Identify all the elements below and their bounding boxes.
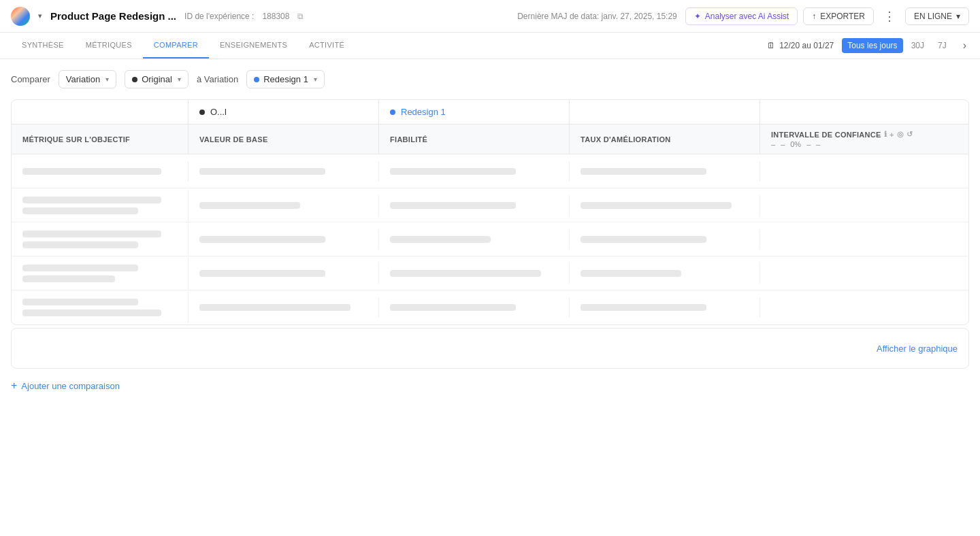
header-actions: ✦ Analyser avec Ai Assist ↑ EXPORTER ⋮ E…: [685, 7, 969, 25]
table-body: [12, 154, 968, 324]
skeleton: [199, 270, 325, 277]
skeleton: [581, 236, 706, 243]
nav-tabs: SYNTHÈSE MÉTRIQUES COMPARER ENSEIGNEMENT…: [0, 33, 980, 59]
compare-to-value: Redesign 1: [263, 74, 308, 84]
cell: [12, 292, 189, 323]
chevron-down-icon: ▾: [105, 76, 109, 83]
online-status-button[interactable]: EN LIGNE ▾: [905, 7, 969, 25]
skeleton: [22, 168, 161, 175]
skeleton: [390, 168, 516, 175]
column-headers: Métrique sur l'objectif Valeur de base F…: [12, 124, 968, 154]
chart-area: Afficher le graphique: [11, 328, 969, 369]
cell: [570, 161, 760, 182]
cell: [189, 297, 379, 318]
compare-controls: Comparer Variation ▾ Original ▾ à Variat…: [11, 70, 969, 88]
period-30j-button[interactable]: 30J: [906, 38, 930, 53]
skeleton: [22, 309, 161, 316]
confidence-add-icon[interactable]: +: [889, 131, 894, 139]
empty-col-header: [12, 100, 189, 124]
more-options-button[interactable]: ⋮: [879, 7, 900, 25]
compare-to-select[interactable]: Redesign 1 ▾: [246, 70, 325, 88]
cell: [12, 190, 189, 221]
confidence-header-empty: [760, 100, 968, 124]
add-comparison-label: Ajouter une comparaison: [21, 381, 120, 391]
redesign1-variation-label: Redesign 1: [379, 100, 570, 124]
tab-comparer[interactable]: COMPARER: [143, 33, 209, 58]
from-dot-icon: [132, 77, 137, 82]
cell: [379, 161, 570, 182]
skeleton: [199, 202, 300, 209]
skeleton: [22, 241, 138, 248]
compare-from-select[interactable]: Original ▾: [125, 70, 189, 88]
skeleton: [390, 270, 541, 277]
confidence-reset-icon[interactable]: ↺: [906, 130, 913, 139]
compare-from-value: Original: [142, 74, 172, 84]
improvement-col-header: Taux d'amélioration: [570, 124, 760, 154]
cell: [189, 263, 379, 284]
table-row: [12, 222, 968, 256]
cell: [570, 263, 760, 284]
cell: [760, 267, 968, 280]
skeleton: [581, 270, 681, 277]
copy-icon[interactable]: ⧉: [297, 12, 304, 21]
skeleton: [581, 202, 732, 209]
app-logo: [11, 7, 30, 26]
skeleton: [199, 168, 325, 175]
cell: [760, 233, 968, 246]
confidence-col-header: Intervalle de confiance ℹ + ◎ ↺ ––0%––: [760, 124, 968, 154]
nav-tabs-left: SYNTHÈSE MÉTRIQUES COMPARER ENSEIGNEMENT…: [11, 33, 355, 58]
nav-tabs-right: 🗓 12/20 au 01/27 Tous les jours 30J 7J ›: [767, 37, 969, 54]
skeleton: [581, 168, 706, 175]
ai-assist-button[interactable]: ✦ Analyser avec Ai Assist: [685, 7, 798, 25]
reliability-col-header: Fiabilité: [379, 124, 570, 154]
period-7j-button[interactable]: 7J: [932, 38, 952, 53]
compare-to-label: à Variation: [197, 74, 238, 84]
confidence-info-icon[interactable]: ℹ: [884, 130, 887, 139]
confidence-sub-labels: ––0%––: [771, 140, 820, 148]
compare-type-select[interactable]: Variation ▾: [59, 70, 116, 88]
chevron-down-icon: ▾: [178, 76, 181, 83]
ai-star-icon: ✦: [694, 12, 701, 21]
period-all-days-button[interactable]: Tous les jours: [842, 38, 902, 53]
cell: [760, 165, 968, 178]
improvement-header-empty: [570, 100, 760, 124]
table-row: [12, 188, 968, 222]
cell: [760, 301, 968, 314]
confidence-target-icon[interactable]: ◎: [897, 130, 904, 139]
cell: [379, 229, 570, 250]
original-dot-icon: [199, 110, 205, 115]
date-range: 🗓 12/20 au 01/27: [767, 41, 834, 50]
original-label: O...l: [210, 107, 227, 117]
experience-id-label: ID de l'expérience :: [184, 12, 254, 21]
comparison-table: O...l Redesign 1 Métrique sur l'objectif…: [11, 99, 969, 325]
export-button[interactable]: ↑ EXPORTER: [803, 7, 874, 25]
tab-enseignements[interactable]: ENSEIGNEMENTS: [209, 33, 298, 58]
cell: [189, 161, 379, 182]
collapse-panel-button[interactable]: ›: [960, 37, 969, 54]
cell: [12, 161, 189, 182]
cell: [12, 224, 189, 255]
chevron-down-icon: ▾: [314, 76, 317, 83]
cell: [570, 229, 760, 250]
variation-header-row: O...l Redesign 1: [12, 100, 968, 124]
skeleton: [22, 265, 138, 271]
cell: [189, 229, 379, 250]
skeleton: [22, 275, 115, 282]
show-chart-button[interactable]: Afficher le graphique: [877, 344, 958, 354]
tab-activite[interactable]: ACTIVITÉ: [298, 33, 355, 58]
compare-type-label: Variation: [66, 74, 100, 84]
tab-synthese[interactable]: SYNTHÈSE: [11, 33, 75, 58]
add-comparison-button[interactable]: + Ajouter une comparaison: [11, 377, 969, 395]
cell: [379, 195, 570, 216]
cell: [570, 297, 760, 318]
redesign1-dot-icon: [390, 110, 395, 115]
skeleton: [199, 304, 350, 311]
cell: [189, 195, 379, 216]
baseline-col-header: Valeur de base: [189, 124, 379, 154]
main-content: Comparer Variation ▾ Original ▾ à Variat…: [0, 59, 980, 405]
skeleton: [390, 304, 516, 311]
tab-metriques[interactable]: MÉTRIQUES: [75, 33, 143, 58]
header-chevron-icon[interactable]: ▾: [38, 12, 42, 20]
header: ▾ Product Page Redesign ... ID de l'expé…: [0, 0, 980, 33]
last-update-label: Dernière MAJ de data: janv. 27, 2025, 15…: [517, 12, 677, 21]
